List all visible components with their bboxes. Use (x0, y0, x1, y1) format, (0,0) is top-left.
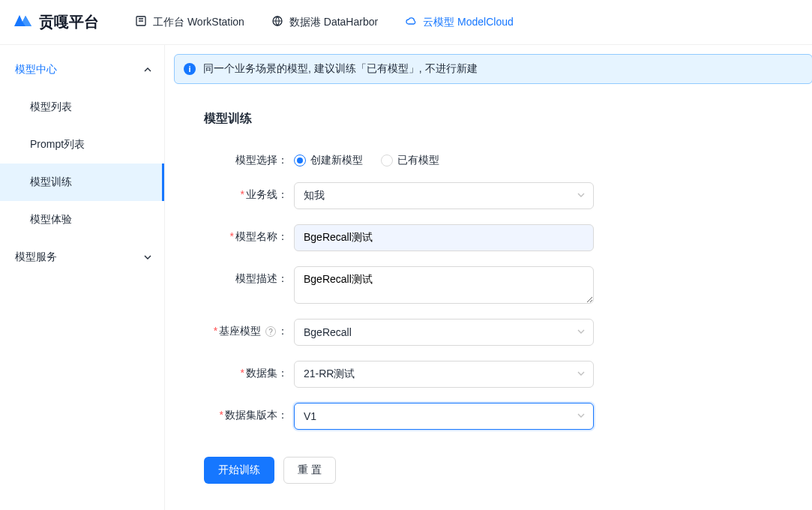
alert-text: 同一个业务场景的模型, 建议训练「已有模型」, 不进行新建 (203, 62, 478, 76)
workstation-icon (135, 15, 147, 29)
row-dataset-version: *数据集版本： V1 (204, 403, 782, 430)
row-model-choice: 模型选择： 创建新模型 已有模型 (204, 148, 782, 167)
main-content: i 同一个业务场景的模型, 建议训练「已有模型」, 不进行新建 模型训练 模型选… (165, 45, 812, 510)
info-icon: i (184, 63, 196, 75)
row-biz-line: *业务线： 知我 (204, 182, 782, 209)
menu-group-model-service[interactable]: 模型服务 (0, 238, 164, 276)
select-dataset[interactable]: 21-RR测试 (294, 361, 594, 388)
nav-tab-dataharbor[interactable]: 数据港 DataHarbor (271, 9, 378, 35)
globe-icon (271, 15, 283, 29)
label-model-choice: 模型选择： (204, 148, 288, 167)
row-model-name: *模型名称： (204, 224, 782, 251)
label-dataset: *数据集： (204, 361, 288, 380)
sidebar-item-model-training[interactable]: 模型训练 (0, 164, 164, 201)
top-header: 贡嘎平台 工作台 WorkStation 数据港 DataHarbor 云模型 … (0, 0, 812, 45)
row-base-model: *基座模型 ?： BgeRecall (204, 319, 782, 346)
info-alert: i 同一个业务场景的模型, 建议训练「已有模型」, 不进行新建 (174, 54, 812, 84)
reset-button[interactable]: 重置 (283, 457, 336, 484)
radio-icon (381, 154, 393, 166)
row-dataset: *数据集： 21-RR测试 (204, 361, 782, 388)
label-dataset-version: *数据集版本： (204, 403, 288, 422)
logo-icon (12, 13, 33, 32)
menu-group-model-center[interactable]: 模型中心 (0, 51, 164, 88)
form-actions: 开始训练 重置 (204, 457, 782, 484)
brand-logo: 贡嘎平台 (12, 12, 99, 32)
nav-tabs: 工作台 WorkStation 数据港 DataHarbor 云模型 Model… (135, 9, 514, 35)
sidebar-item-prompt-list[interactable]: Prompt列表 (0, 126, 164, 164)
radio-icon (294, 154, 306, 166)
chevron-down-icon (577, 190, 586, 202)
nav-tab-modelcloud[interactable]: 云模型 ModelCloud (405, 9, 514, 35)
textarea-model-desc[interactable] (294, 266, 594, 304)
select-biz-line[interactable]: 知我 (294, 182, 594, 209)
label-model-desc: 模型描述： (204, 266, 288, 286)
chevron-down-icon (577, 368, 586, 380)
radio-existing-model[interactable]: 已有模型 (381, 154, 439, 167)
label-biz-line: *业务线： (204, 182, 288, 202)
nav-tab-workstation[interactable]: 工作台 WorkStation (135, 9, 244, 35)
chevron-up-icon (143, 65, 152, 74)
brand-text: 贡嘎平台 (39, 12, 99, 32)
sidebar-item-model-experience[interactable]: 模型体验 (0, 201, 164, 238)
chevron-down-icon (577, 326, 586, 338)
form-panel: 模型训练 模型选择： 创建新模型 已有模型 (174, 84, 812, 502)
panel-title: 模型训练 (204, 111, 782, 127)
submit-button[interactable]: 开始训练 (204, 457, 274, 484)
sidebar-item-model-list[interactable]: 模型列表 (0, 88, 164, 126)
label-base-model: *基座模型 ?： (204, 319, 288, 338)
select-base-model[interactable]: BgeRecall (294, 319, 594, 346)
chevron-down-icon (143, 253, 152, 262)
radio-new-model[interactable]: 创建新模型 (294, 154, 363, 167)
label-model-name: *模型名称： (204, 224, 288, 244)
row-model-desc: 模型描述： (204, 266, 782, 304)
select-dataset-version[interactable]: V1 (294, 403, 594, 430)
cloud-icon (405, 15, 417, 29)
help-icon[interactable]: ? (265, 326, 276, 337)
sidebar: 模型中心 模型列表 Prompt列表 模型训练 模型体验 模型服务 (0, 45, 165, 510)
chevron-down-icon (577, 410, 586, 422)
input-model-name[interactable] (294, 224, 594, 251)
